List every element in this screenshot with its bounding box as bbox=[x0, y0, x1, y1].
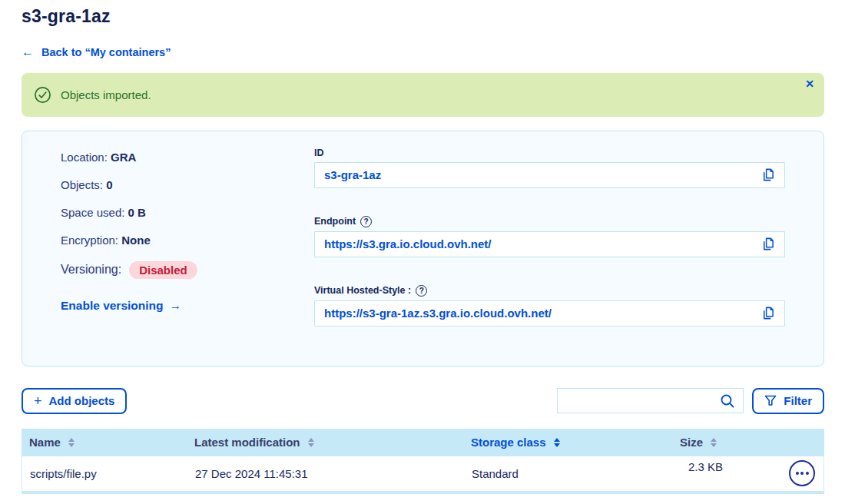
sort-icon[interactable] bbox=[711, 438, 717, 447]
copy-icon[interactable] bbox=[760, 167, 775, 182]
stat-space-used-value: 0 B bbox=[128, 206, 146, 219]
copy-icon[interactable] bbox=[760, 237, 775, 251]
sort-icon[interactable] bbox=[68, 438, 75, 447]
container-overview-panel: Location: GRA Objects: 0 Space used: 0 B… bbox=[22, 131, 824, 366]
stat-space-used: Space used: 0 B bbox=[61, 206, 314, 219]
objects-table: Name Latest modification Storage class S… bbox=[22, 429, 824, 494]
column-header-storage-class[interactable]: Storage class bbox=[471, 436, 680, 449]
cell-size: 2.3 KB bbox=[681, 460, 723, 486]
cell-object-name: scripts/file.py bbox=[22, 467, 195, 480]
back-to-containers-link[interactable]: ← Back to “My containers” bbox=[22, 46, 171, 58]
search-icon[interactable] bbox=[720, 393, 735, 409]
virtual-hosted-style-value: https://s3-gra-1az.s3.gra.io.cloud.ovh.n… bbox=[324, 307, 552, 320]
arrow-left-icon: ← bbox=[22, 46, 34, 58]
add-objects-button[interactable]: + Add objects bbox=[22, 388, 127, 414]
column-header-latest-modification[interactable]: Latest modification bbox=[194, 436, 471, 449]
check-circle-icon bbox=[34, 86, 51, 104]
container-endpoints: ID s3-gra-1az Endpoint ? bbox=[314, 131, 823, 366]
table-row: scripts/file.py 27 Dec 2024 11:45:31 Sta… bbox=[22, 456, 824, 491]
virtual-hosted-style-field[interactable]: https://s3-gra-1az.s3.gra.io.cloud.ovh.n… bbox=[314, 300, 785, 327]
stat-objects: Objects: 0 bbox=[61, 178, 314, 191]
sort-icon[interactable] bbox=[554, 438, 560, 447]
sort-icon[interactable] bbox=[308, 438, 314, 447]
stat-objects-value: 0 bbox=[106, 178, 112, 191]
virtual-hosted-style-label: Virtual Hosted-Style : bbox=[314, 285, 411, 296]
success-banner: Objects imported. ✕ bbox=[22, 73, 824, 117]
stat-encryption-value: None bbox=[121, 234, 151, 247]
filter-button[interactable]: Filter bbox=[752, 388, 824, 414]
endpoint-field[interactable]: https://s3.gra.io.cloud.ovh.net/ bbox=[314, 231, 785, 257]
add-objects-label: Add objects bbox=[49, 394, 115, 407]
cell-latest-modification: 27 Dec 2024 11:45:31 bbox=[195, 467, 472, 480]
container-detail-page: s3-gra-1az ← Back to “My containers” Obj… bbox=[0, 5, 845, 494]
filter-funnel-icon bbox=[764, 395, 777, 406]
filter-label: Filter bbox=[784, 394, 812, 407]
objects-toolbar: + Add objects Filter bbox=[22, 388, 824, 414]
id-field-group: ID s3-gra-1az bbox=[314, 148, 785, 188]
banner-message: Objects imported. bbox=[61, 88, 151, 101]
stat-location-value: GRA bbox=[111, 151, 136, 164]
back-link-label: Back to “My containers” bbox=[41, 46, 171, 58]
column-header-size[interactable]: Size bbox=[680, 436, 824, 449]
page-title: s3-gra-1az bbox=[22, 5, 824, 28]
enable-versioning-link[interactable]: Enable versioning → bbox=[61, 299, 181, 313]
virtual-hosted-style-field-group: Virtual Hosted-Style : ? https://s3-gra-… bbox=[314, 285, 785, 327]
arrow-right-icon: → bbox=[170, 299, 182, 313]
cell-size-and-actions: 2.3 KB bbox=[681, 460, 823, 486]
stat-encryption: Encryption: None bbox=[61, 234, 314, 247]
help-icon[interactable]: ? bbox=[416, 285, 427, 297]
versioning-status-badge: Disabled bbox=[129, 261, 197, 279]
id-field-label: ID bbox=[314, 148, 324, 158]
help-icon[interactable]: ? bbox=[360, 216, 372, 227]
table-bottom-border bbox=[22, 491, 824, 494]
id-field-value: s3-gra-1az bbox=[324, 168, 381, 181]
objects-table-header: Name Latest modification Storage class S… bbox=[22, 429, 824, 456]
column-header-name[interactable]: Name bbox=[22, 436, 194, 449]
row-actions-ellipsis-button[interactable] bbox=[789, 460, 815, 486]
endpoint-field-label: Endpoint bbox=[314, 216, 356, 227]
id-field[interactable]: s3-gra-1az bbox=[314, 162, 785, 188]
endpoint-field-group: Endpoint ? https://s3.gra.io.cloud.ovh.n… bbox=[314, 216, 785, 257]
search-input[interactable] bbox=[565, 394, 720, 408]
close-icon[interactable]: ✕ bbox=[805, 78, 814, 89]
copy-icon[interactable] bbox=[760, 306, 775, 320]
stat-versioning: Versioning: Disabled bbox=[61, 261, 314, 279]
endpoint-field-value: https://s3.gra.io.cloud.ovh.net/ bbox=[324, 237, 492, 250]
search-box bbox=[557, 388, 744, 413]
container-stats: Location: GRA Objects: 0 Space used: 0 B… bbox=[22, 131, 314, 366]
cell-storage-class: Standard bbox=[472, 467, 681, 480]
enable-versioning-label: Enable versioning bbox=[61, 299, 164, 313]
stat-location: Location: GRA bbox=[61, 151, 314, 164]
plus-icon: + bbox=[34, 394, 42, 408]
